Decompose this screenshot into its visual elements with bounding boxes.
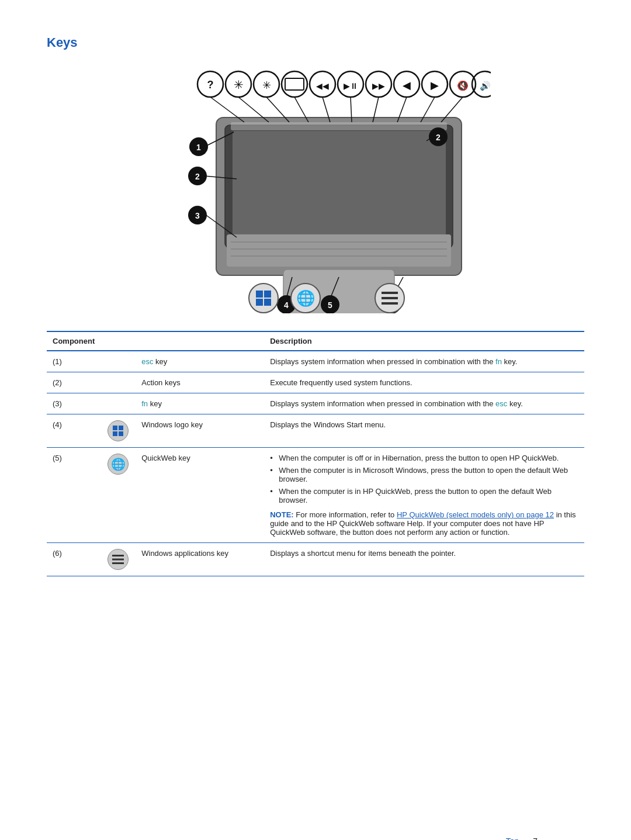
svg-text:✳: ✳ [234,78,244,91]
svg-rect-75 [112,562,124,564]
svg-rect-69 [113,426,117,430]
svg-text:▶⏸: ▶⏸ [344,81,358,91]
table-row: (6) Windows applications key Displays a … [47,543,584,576]
svg-rect-71 [113,431,117,436]
svg-text:?: ? [207,79,214,91]
table-row: (5) 🌐 QuickWeb key When the computer is … [47,448,584,543]
table-row: (2) Action keys Execute frequently used … [47,372,584,393]
table-row: (4) Windows logo key Displays the Window… [47,414,584,448]
windows-logo-icon [108,420,129,441]
component-link-esc[interactable]: esc [141,357,153,366]
svg-rect-73 [112,555,124,556]
list-item: When the computer is off or in Hibernati… [270,454,578,462]
svg-text:3: 3 [195,211,200,220]
svg-rect-63 [264,291,271,298]
footer-top[interactable]: Top [506,836,519,840]
component-link-fn[interactable]: fn [141,399,148,408]
svg-rect-24 [233,131,446,242]
svg-text:✳: ✳ [262,79,271,91]
col-header-component: Component [47,331,100,351]
svg-text:🔊: 🔊 [480,81,491,91]
svg-rect-72 [119,431,123,436]
svg-text:🔇: 🔇 [457,80,469,91]
svg-rect-7 [285,78,304,90]
quickweb-bullets: When the computer is off or in Hibernati… [270,454,578,504]
svg-text:▶▶: ▶▶ [372,81,385,91]
list-item: When the computer is in HP QuickWeb, pre… [270,487,578,504]
svg-rect-68 [382,302,398,305]
table-row: (3) fn key Displays system information w… [47,393,584,414]
table-row: (1) esc key Displays system information … [47,351,584,372]
svg-text:▶: ▶ [431,79,439,91]
svg-rect-64 [256,299,263,306]
keyboard-diagram: ? ✳ ✳ ◀◀ ▶⏸ ▶▶ ◀ [47,62,584,313]
svg-rect-62 [256,291,263,298]
svg-text:2: 2 [195,172,200,181]
svg-rect-65 [264,299,271,306]
svg-text:2: 2 [436,133,441,142]
list-item: When the computer is in Microsoft Window… [270,466,578,483]
svg-text:◀◀: ◀◀ [316,81,329,91]
svg-rect-25 [227,234,451,267]
svg-rect-30 [231,122,447,130]
quickweb-link[interactable]: HP QuickWeb (select models only) on page… [397,510,554,519]
svg-rect-67 [382,297,398,299]
col-header-description: Description [264,331,584,351]
svg-text:1: 1 [196,143,201,152]
footer: Top 7 [506,836,538,840]
footer-page: 7 [533,836,538,840]
page-title: Keys [47,35,584,50]
svg-rect-66 [382,292,398,294]
quickweb-globe-icon: 🌐 [108,454,129,475]
svg-text:◀: ◀ [403,79,411,91]
quickweb-note: NOTE: For more information, refer to HP … [270,510,578,537]
apps-key-icon [108,549,129,570]
svg-rect-70 [119,426,123,430]
svg-rect-74 [112,559,124,561]
keys-table: Component Description (1) esc key Displa… [47,331,584,576]
